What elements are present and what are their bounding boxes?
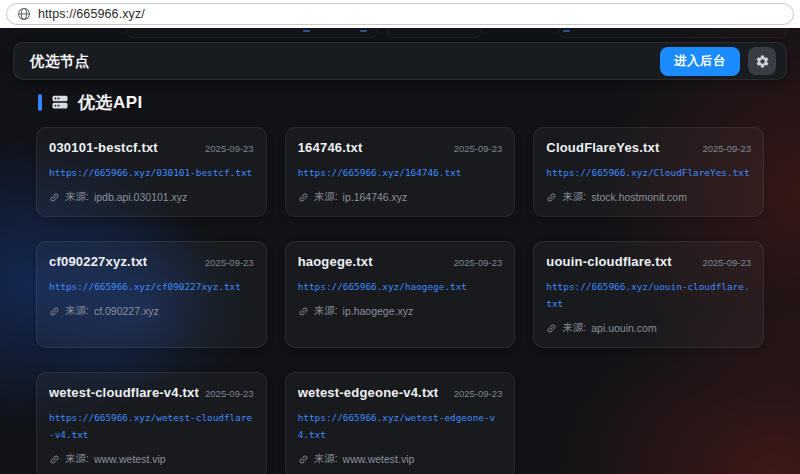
source-label: 来源: <box>314 452 338 466</box>
api-file-card: 030101-bestcf.txt 2025-09-23 https://665… <box>36 127 267 217</box>
file-date: 2025-09-23 <box>454 143 503 154</box>
file-url-link[interactable]: https://665966.xyz/haogege.txt <box>298 278 503 295</box>
link-chain-icon <box>295 451 311 467</box>
file-name: 164746.txt <box>298 140 363 155</box>
link-chain-icon <box>47 451 63 467</box>
card-header: haogege.txt 2025-09-23 <box>298 254 503 269</box>
source-row: 来源: ip.haogege.xyz <box>298 304 503 318</box>
source-row: 来源: cf.090227.xyz <box>49 304 254 318</box>
file-date: 2025-09-23 <box>702 143 751 154</box>
source-domain: ipdb.api.030101.xyz <box>94 191 187 203</box>
file-name: CloudFlareYes.txt <box>546 140 659 155</box>
api-file-card: wetest-cloudflare-v4.txt 2025-09-23 http… <box>36 372 267 474</box>
scrolled-content-remnant <box>0 28 800 40</box>
source-label: 来源: <box>562 190 586 204</box>
link-chain-icon <box>544 320 560 336</box>
card-header: wetest-edgeone-v4.txt 2025-09-23 <box>298 385 503 400</box>
file-url-link[interactable]: https://665966.xyz/uouin-cloudflare.txt <box>546 278 751 312</box>
file-url-link[interactable]: https://665966.xyz/164746.txt <box>298 164 503 181</box>
header-actions: 进入后台 <box>660 47 776 76</box>
card-header: wetest-cloudflare-v4.txt 2025-09-23 <box>49 385 254 400</box>
file-name: wetest-edgeone-v4.txt <box>298 385 439 400</box>
source-domain: www.wetest.vip <box>343 453 415 465</box>
source-domain: stock.hostmonit.com <box>591 191 687 203</box>
source-label: 来源: <box>65 304 89 318</box>
source-row: 来源: ip.164746.xyz <box>298 190 503 204</box>
source-label: 来源: <box>65 452 89 466</box>
file-url-link[interactable]: https://665966.xyz/030101-bestcf.txt <box>49 164 254 181</box>
file-name: uouin-cloudflare.txt <box>546 254 671 269</box>
section-heading: 优选API <box>38 90 762 114</box>
link-chain-icon <box>544 189 560 205</box>
api-file-card: 164746.txt 2025-09-23 https://665966.xyz… <box>285 127 516 217</box>
source-label: 来源: <box>314 304 338 318</box>
file-name: haogege.txt <box>298 254 373 269</box>
cutoff-card-stub <box>126 28 378 38</box>
server-stack-icon <box>50 93 70 111</box>
source-row: 来源: stock.hostmonit.com <box>546 190 751 204</box>
file-date: 2025-09-23 <box>454 257 503 268</box>
cutoff-card-stub <box>558 28 788 38</box>
source-domain: ip.haogege.xyz <box>343 305 414 317</box>
enter-admin-button[interactable]: 进入后台 <box>660 47 740 76</box>
url-text[interactable]: https://665966.xyz/ <box>38 7 145 21</box>
file-date: 2025-09-23 <box>454 388 503 399</box>
api-cards-grid: 030101-bestcf.txt 2025-09-23 https://665… <box>36 127 764 474</box>
section-title: 优选API <box>78 91 143 114</box>
source-domain: cf.090227.xyz <box>94 305 159 317</box>
cutoff-text-speck <box>360 30 367 32</box>
browser-toolbar: https://665966.xyz/ <box>0 0 800 28</box>
settings-button[interactable] <box>748 47 776 75</box>
source-domain: www.wetest.vip <box>94 453 166 465</box>
link-chain-icon <box>47 303 63 319</box>
file-name: 030101-bestcf.txt <box>49 140 158 155</box>
file-name: cf090227xyz.txt <box>49 254 147 269</box>
source-label: 来源: <box>562 321 586 335</box>
card-header: CloudFlareYes.txt 2025-09-23 <box>546 140 751 155</box>
link-chain-icon <box>295 303 311 319</box>
cutoff-text-speck <box>563 30 570 32</box>
api-file-card: CloudFlareYes.txt 2025-09-23 https://665… <box>533 127 764 217</box>
file-url-link[interactable]: https://665966.xyz/cf090227xyz.txt <box>49 278 254 295</box>
url-bar[interactable]: https://665966.xyz/ <box>6 3 794 25</box>
file-url-link[interactable]: https://665966.xyz/wetest-cloudflare-v4.… <box>49 409 254 443</box>
file-date: 2025-09-23 <box>702 257 751 268</box>
source-row: 来源: ipdb.api.030101.xyz <box>49 190 254 204</box>
card-header: 164746.txt 2025-09-23 <box>298 140 503 155</box>
source-row: 来源: www.wetest.vip <box>49 452 254 466</box>
card-header: cf090227xyz.txt 2025-09-23 <box>49 254 254 269</box>
file-url-link[interactable]: https://665966.xyz/wetest-edgeone-v4.txt <box>298 409 503 443</box>
file-date: 2025-09-23 <box>205 388 254 399</box>
source-label: 来源: <box>314 190 338 204</box>
api-file-card: wetest-edgeone-v4.txt 2025-09-23 https:/… <box>285 372 516 474</box>
accent-bar <box>38 94 42 111</box>
api-file-card: uouin-cloudflare.txt 2025-09-23 https://… <box>533 241 764 348</box>
page-background: 优选节点 进入后台 优选API <box>0 28 800 474</box>
source-row: 来源: www.wetest.vip <box>298 452 503 466</box>
site-title: 优选节点 <box>30 52 90 71</box>
api-file-card: cf090227xyz.txt 2025-09-23 https://66596… <box>36 241 267 348</box>
link-chain-icon <box>47 189 63 205</box>
link-chain-icon <box>295 189 311 205</box>
cutoff-card-stub <box>386 28 482 38</box>
source-label: 来源: <box>65 190 89 204</box>
site-info-icon[interactable] <box>17 7 31 21</box>
source-domain: ip.164746.xyz <box>343 191 408 203</box>
page-header: 优选节点 进入后台 <box>13 42 787 80</box>
source-row: 来源: api.uouin.com <box>546 321 751 335</box>
card-header: uouin-cloudflare.txt 2025-09-23 <box>546 254 751 269</box>
card-header: 030101-bestcf.txt 2025-09-23 <box>49 140 254 155</box>
file-date: 2025-09-23 <box>205 257 254 268</box>
file-date: 2025-09-23 <box>205 143 254 154</box>
api-file-card: haogege.txt 2025-09-23 https://665966.xy… <box>285 241 516 348</box>
file-name: wetest-cloudflare-v4.txt <box>49 385 199 400</box>
source-domain: api.uouin.com <box>591 322 656 334</box>
cutoff-text-speck <box>303 30 310 32</box>
file-url-link[interactable]: https://665966.xyz/CloudFlareYes.txt <box>546 164 751 181</box>
gear-icon <box>755 54 770 69</box>
